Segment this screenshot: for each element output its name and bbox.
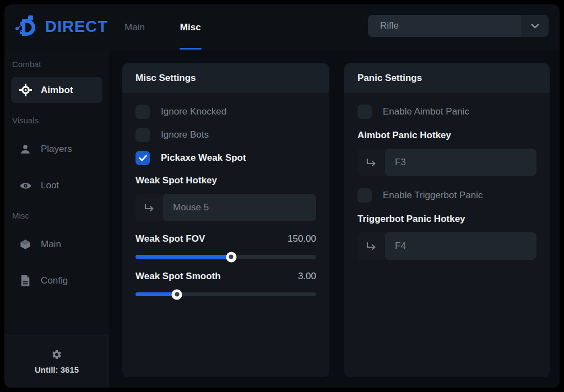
tab-underline	[180, 48, 202, 50]
checkbox-ignore-bots[interactable]	[135, 128, 150, 142]
triggerbot-panic-hotkey-label: Triggerbot Panic Hotkey	[357, 214, 536, 225]
checkbox-row-enable-aimbot-panic[interactable]: Enable Aimbot Panic	[357, 105, 536, 119]
checkbox-row-ignore-bots[interactable]: Ignore Bots	[135, 128, 316, 142]
checkbox-ignore-knocked[interactable]	[135, 105, 150, 119]
slider-fill	[135, 292, 177, 296]
sidebar-item-players[interactable]: Players	[11, 138, 102, 160]
tab-misc[interactable]: Misc	[178, 4, 203, 51]
aimbot-panic-hotkey-input[interactable]: F3	[357, 149, 536, 176]
sidebar-item-label: Main	[41, 239, 61, 250]
sidebar-item-label: Loot	[41, 180, 59, 191]
eye-icon	[19, 179, 32, 192]
person-icon	[19, 143, 32, 155]
weak-spot-hotkey-label: Weak Spot Hotkey	[135, 175, 316, 186]
weak-spot-fov-slider[interactable]	[135, 255, 316, 259]
checkbox-label: Ignore Bots	[161, 129, 209, 140]
sidebar-item-config[interactable]: Config	[11, 270, 102, 292]
weak-spot-fov-value: 150.00	[288, 233, 316, 244]
sidebar-footer: Untill: 3615	[4, 335, 109, 388]
misc-settings-panel: Misc Settings Ignore Knocked Ignore Bots	[122, 63, 329, 377]
weak-spot-fov-label: Weak Spot FOV	[135, 233, 205, 244]
panel-title: Panic Settings	[344, 63, 550, 93]
slider-fill	[135, 255, 231, 259]
checkbox-label: Enable Triggerbot Panic	[383, 190, 482, 201]
weak-spot-smooth-slider[interactable]	[135, 292, 316, 296]
sidebar-item-loot[interactable]: Loot	[11, 175, 102, 197]
checkbox-row-enable-triggerbot-panic[interactable]: Enable Triggerbot Panic	[357, 188, 536, 203]
weak-spot-smooth-label: Weak Spot Smooth	[135, 271, 221, 282]
app-window: DIRECT Main Misc Rifle Combat	[4, 4, 560, 388]
panel-title: Misc Settings	[122, 63, 329, 93]
checkbox-row-ignore-knocked[interactable]: Ignore Knocked	[135, 105, 316, 119]
direct-logo-icon	[13, 13, 40, 40]
checkbox-label: Pickaxe Weak Spot	[161, 153, 246, 164]
sidebar-item-label: Aimbot	[41, 85, 73, 96]
checkbox-label: Enable Aimbot Panic	[383, 106, 469, 117]
slider-handle[interactable]	[172, 289, 182, 300]
content-area: Misc Settings Ignore Knocked Ignore Bots	[109, 51, 560, 388]
hotkey-value[interactable]: F3	[385, 149, 536, 176]
checkbox-pickaxe-weak-spot[interactable]	[135, 151, 150, 165]
cube-icon	[19, 238, 32, 251]
sidebar: Combat Aimbot Visuals Players	[4, 51, 109, 388]
subscription-status: Untill: 3615	[35, 365, 79, 374]
weak-spot-hotkey-input[interactable]: Mouse 5	[135, 194, 316, 221]
sidebar-section-misc: Misc	[12, 211, 109, 220]
weak-spot-smooth-value: 3.00	[298, 271, 316, 282]
triggerbot-panic-hotkey-input[interactable]: F4	[357, 232, 536, 260]
top-bar: DIRECT Main Misc Rifle	[4, 4, 560, 51]
checkbox-enable-triggerbot-panic[interactable]	[357, 188, 372, 203]
chevron-down-icon[interactable]	[521, 15, 549, 37]
crosshair-icon	[19, 84, 32, 96]
hotkey-arrow-icon	[357, 242, 385, 251]
slider-handle[interactable]	[226, 252, 236, 262]
hotkey-arrow-icon	[357, 158, 385, 167]
gear-icon[interactable]	[50, 349, 63, 360]
sidebar-section-combat: Combat	[12, 59, 109, 69]
document-icon	[19, 275, 32, 287]
hotkey-value[interactable]: Mouse 5	[163, 194, 316, 221]
panic-settings-panel: Panic Settings Enable Aimbot Panic Aimbo…	[344, 63, 550, 377]
hotkey-arrow-icon	[135, 203, 163, 212]
sidebar-item-label: Players	[41, 144, 72, 155]
weapon-select-value[interactable]: Rifle	[368, 15, 521, 37]
top-tabs: Main Misc	[122, 4, 203, 51]
brand-logo: DIRECT	[13, 13, 108, 40]
sidebar-section-visuals: Visuals	[12, 116, 109, 125]
aimbot-panic-hotkey-label: Aimbot Panic Hotkey	[357, 130, 536, 141]
sidebar-item-label: Config	[41, 275, 68, 286]
sidebar-item-main[interactable]: Main	[11, 233, 102, 255]
checkbox-row-pickaxe-weak-spot[interactable]: Pickaxe Weak Spot	[135, 151, 316, 165]
checkbox-enable-aimbot-panic[interactable]	[357, 105, 372, 119]
hotkey-value[interactable]: F4	[385, 232, 536, 260]
sidebar-item-aimbot[interactable]: Aimbot	[11, 77, 102, 103]
brand-name: DIRECT	[45, 18, 108, 36]
tab-main[interactable]: Main	[122, 4, 147, 51]
checkbox-label: Ignore Knocked	[161, 106, 226, 117]
weapon-select-dropdown[interactable]: Rifle	[368, 15, 549, 37]
